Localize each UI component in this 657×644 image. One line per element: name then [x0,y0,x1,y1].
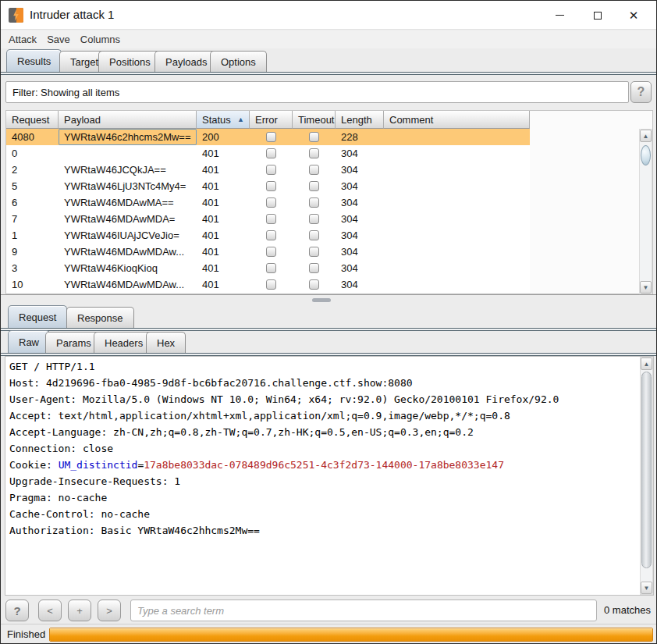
menu-attack[interactable]: Attack [9,34,37,45]
search-next-button[interactable]: > [98,600,121,621]
splitter-grip-icon[interactable] [312,298,331,302]
menu-bar: Attack Save Columns [1,30,656,48]
error-checkbox[interactable] [266,214,276,224]
table-row[interactable]: 0401304 [6,145,530,162]
cell-length: 304 [336,276,384,293]
error-checkbox[interactable] [266,132,276,142]
filter-summary[interactable]: Filter: Showing all items [5,81,629,103]
request-line: Upgrade-Insecure-Requests: 1 [5,473,639,489]
cell-length: 304 [336,260,384,276]
error-checkbox[interactable] [266,165,276,175]
table-row[interactable]: 4080YWRtaW46c2hhcms2Mw==200228 [6,129,530,145]
tab-headers[interactable]: Headers [94,332,154,353]
scroll-down-icon[interactable]: ▼ [641,582,652,594]
cell-payload: YWRtaW46MDAwMDA= [59,211,197,227]
cell-payload: YWRtaW46LjU3NTc4My4= [59,178,197,194]
editor-scrollbar[interactable]: ▲ ▼ [640,357,653,595]
error-checkbox[interactable] [266,230,276,240]
table-row[interactable]: 2YWRtaW46JCQkJA==401304 [6,162,530,178]
cell-request: 3 [6,260,59,276]
table-row[interactable]: 9YWRtaW46MDAwMDAw...401304 [6,244,530,260]
timeout-checkbox[interactable] [309,279,319,290]
timeout-checkbox[interactable] [309,197,319,208]
tab-raw[interactable]: Raw [8,330,50,353]
column-header-payload[interactable]: Payload [59,111,197,129]
table-row[interactable]: 1YWRtaW46IUAjJCVeJio=401304 [6,227,530,244]
cell-comment [384,211,530,227]
results-scrollbar[interactable]: ▲ ▼ [639,129,652,294]
scroll-down-icon[interactable]: ▼ [640,281,652,294]
column-header-request[interactable]: Request [6,111,59,129]
timeout-checkbox[interactable] [309,132,319,142]
search-prev-button[interactable]: < [38,600,62,621]
results-table-header: Request Payload Status▲ Error Timeout Le… [6,111,530,129]
close-icon[interactable]: ✕ [616,1,652,30]
table-row[interactable]: 6YWRtaW46MDAwMA==401304 [6,194,530,211]
tab-request[interactable]: Request [8,305,67,328]
cell-payload: YWRtaW46c2hhcms2Mw== [59,129,197,145]
timeout-checkbox[interactable] [309,214,319,224]
minimize-icon[interactable] [542,1,577,30]
timeout-checkbox[interactable] [309,247,319,257]
maximize-icon[interactable] [580,1,616,30]
tab-response[interactable]: Response [66,307,134,328]
request-text: GET / HTTP/1.1Host: 4d219696-fba0-4985-9… [5,358,639,539]
column-header-comment[interactable]: Comment [384,111,530,129]
error-checkbox[interactable] [266,263,276,273]
table-row[interactable]: 5YWRtaW46LjU3NTc4My4=401304 [6,178,530,194]
results-table: Request Payload Status▲ Error Timeout Le… [5,110,653,294]
timeout-checkbox[interactable] [309,181,319,191]
scrollbar-thumb[interactable] [641,145,651,165]
cell-comment [384,276,530,293]
column-header-status[interactable]: Status▲ [197,111,250,129]
cell-error [250,276,293,293]
timeout-checkbox[interactable] [309,230,319,240]
filter-help-button[interactable]: ? [630,81,652,103]
cell-payload: YWRtaW46MDAwMDAw... [59,244,197,260]
cell-error [250,162,293,178]
error-checkbox[interactable] [266,197,276,208]
timeout-checkbox[interactable] [309,165,319,175]
cell-error [250,244,293,260]
menu-columns[interactable]: Columns [80,34,120,45]
error-checkbox[interactable] [266,247,276,257]
error-checkbox[interactable] [266,181,276,191]
menu-save[interactable]: Save [47,34,70,45]
timeout-checkbox[interactable] [309,263,319,273]
column-header-error[interactable]: Error [250,111,293,129]
search-add-button[interactable]: + [68,600,91,621]
cell-request: 10 [6,276,59,293]
pane-splitter[interactable] [1,294,656,305]
cell-status: 401 [197,178,250,194]
tab-positions[interactable]: Positions [98,51,162,72]
request-editor[interactable]: GET / HTTP/1.1Host: 4d219696-fba0-4985-9… [5,356,654,596]
request-line: Pragma: no-cache [5,489,639,506]
message-tab-strip: Request Response [1,305,656,331]
timeout-checkbox[interactable] [309,148,319,158]
scrollbar-thumb[interactable] [641,372,652,568]
request-line: GET / HTTP/1.1 [5,358,639,375]
scroll-up-icon[interactable]: ▲ [640,130,652,142]
search-input[interactable] [130,600,597,621]
error-checkbox[interactable] [266,279,276,290]
tab-hex[interactable]: Hex [146,332,186,353]
search-help-button[interactable]: ? [5,600,29,621]
cell-error [250,129,293,145]
request-line: Host: 4d219696-fba0-4985-9d8f-bc6bfac207… [5,375,639,391]
tab-results[interactable]: Results [6,49,62,72]
cell-request: 7 [6,211,59,227]
attack-progress-bar [49,628,653,642]
table-row[interactable]: 10YWRtaW46MDAwMDAw...401304 [6,276,530,293]
scroll-up-icon[interactable]: ▲ [641,358,652,370]
tab-payloads[interactable]: Payloads [154,51,218,72]
cell-length: 304 [336,244,384,260]
table-row[interactable]: 7YWRtaW46MDAwMDA=401304 [6,211,530,227]
table-row[interactable]: 3YWRtaW46KioqKioq401304 [6,260,530,276]
cell-timeout [293,178,336,194]
cell-timeout [293,260,336,276]
column-header-length[interactable]: Length [336,111,384,129]
error-checkbox[interactable] [266,148,276,158]
column-header-timeout[interactable]: Timeout [293,111,336,129]
tab-options[interactable]: Options [210,51,267,72]
cell-length: 304 [336,145,384,162]
